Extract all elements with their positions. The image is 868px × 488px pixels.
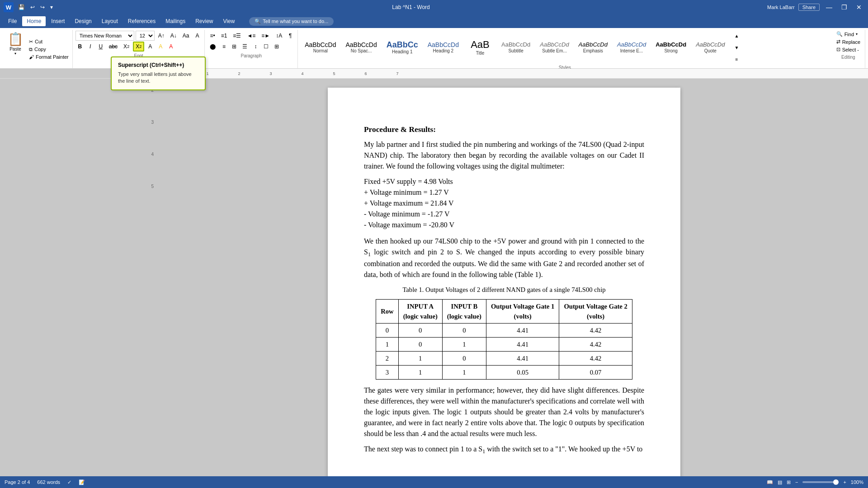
font-name-dropdown[interactable]: Times New Roman <box>75 31 134 41</box>
style-heading1[interactable]: AaBbCc Heading 1 <box>382 34 422 61</box>
style-heading2[interactable]: AaBbCcDd Heading 2 <box>424 34 463 61</box>
page-container[interactable]: Procedure & Results: My lab partner and … <box>158 79 850 476</box>
align-center-button[interactable]: ≡ <box>219 42 228 52</box>
cut-label: Cut <box>35 39 42 44</box>
format-painter-button[interactable]: 🖌 Format Painter <box>27 54 71 60</box>
change-case-button[interactable]: Aa <box>180 31 192 41</box>
text-highlight-button[interactable]: A <box>156 42 165 52</box>
document-page[interactable]: Procedure & Results: My lab partner and … <box>328 88 680 476</box>
style-normal[interactable]: AaBbCcDd Normal <box>301 34 340 61</box>
multilevel-button[interactable]: ≡☰ <box>231 31 243 41</box>
justify-button[interactable]: ☰ <box>240 42 250 52</box>
style-quote[interactable]: AaBbCcDd Quote <box>692 34 729 61</box>
read-mode-button[interactable]: 📖 <box>767 479 773 485</box>
share-button[interactable]: Share <box>798 4 820 11</box>
restore-button[interactable]: ❐ <box>839 4 850 11</box>
redo-button[interactable]: ↪ <box>38 3 47 11</box>
select-button[interactable]: ⊡ Select - <box>835 46 862 53</box>
menu-layout[interactable]: Layout <box>97 16 123 26</box>
subscript-button[interactable]: X2 <box>121 42 132 52</box>
replace-button[interactable]: ⇄ Replace <box>835 38 862 45</box>
cell: 3 <box>376 366 399 380</box>
superscript-tooltip: Superscript (Ctrl+Shift++) Type very sma… <box>111 56 206 90</box>
zoom-minus[interactable]: − <box>795 479 798 485</box>
zoom-level: 100% <box>851 479 863 485</box>
style-title[interactable]: AaB Title <box>464 34 496 61</box>
menu-review[interactable]: Review <box>191 16 217 26</box>
search-icon: 🔍 <box>255 19 261 24</box>
copy-label: Copy <box>34 47 46 52</box>
styles-scroll-up[interactable]: ▲ <box>732 31 741 41</box>
menu-file[interactable]: File <box>4 16 21 26</box>
menu-bar: File Home Insert Design Layout Reference… <box>0 14 868 28</box>
styles-expand[interactable]: ≡ <box>732 54 741 64</box>
superscript-button[interactable]: X2 <box>133 42 144 52</box>
bold-button[interactable]: B <box>75 42 85 52</box>
menu-references[interactable]: References <box>123 16 160 26</box>
shrink-font-button[interactable]: A↓ <box>168 31 179 41</box>
undo-button[interactable]: ↩ <box>28 3 37 11</box>
outdent-button[interactable]: ◄≡ <box>245 31 258 41</box>
menu-home[interactable]: Home <box>22 16 46 26</box>
paste-dropdown[interactable]: ▾ <box>14 52 16 56</box>
table-row: 0 0 0 4.41 4.42 <box>376 324 632 338</box>
sub-1: 1 <box>368 251 371 258</box>
strikethrough-button[interactable]: abc <box>107 42 120 52</box>
font-color-button[interactable]: A <box>166 42 175 52</box>
web-layout-button[interactable]: ⊞ <box>787 479 791 485</box>
style-strong[interactable]: AaBbCcDd Strong <box>651 34 690 61</box>
style-strong-preview: AaBbCcDd <box>656 42 686 48</box>
grow-font-button[interactable]: A↑ <box>156 31 167 41</box>
minimize-button[interactable]: — <box>823 4 835 11</box>
tell-me-bar[interactable]: 🔍 Tell me what you want to do... <box>249 17 334 26</box>
save-button[interactable]: 💾 <box>16 3 27 11</box>
document-area: 2 3 4 5 Procedure & Results: My lab part… <box>0 79 868 476</box>
cut-button[interactable]: ✂ Cut <box>27 38 71 45</box>
left-margin: 2 3 4 5 <box>0 79 158 476</box>
clear-format-button[interactable]: A <box>193 31 202 41</box>
menu-mailings[interactable]: Mailings <box>161 16 190 26</box>
font-row1: Times New Roman 12 A↑ A↓ Aa A <box>75 31 202 41</box>
cell: 0.07 <box>559 366 632 380</box>
bullets-button[interactable]: ≡• <box>208 31 217 41</box>
zoom-plus[interactable]: + <box>843 479 846 485</box>
zoom-slider[interactable] <box>802 481 839 483</box>
style-subtitle[interactable]: AaBbCcDd Subtitle <box>497 34 534 61</box>
menu-design[interactable]: Design <box>70 16 96 26</box>
shading-button[interactable]: ☐ <box>261 42 271 52</box>
quick-access-more[interactable]: ▾ <box>48 3 55 11</box>
status-right: 📖 ▤ ⊞ − + 100% <box>767 479 863 485</box>
menu-view[interactable]: View <box>219 16 240 26</box>
style-intense-em[interactable]: AaBbCcDd Intense E... <box>613 34 650 61</box>
find-button[interactable]: 🔍 Find ▾ <box>835 31 862 38</box>
style-subtitle-preview: AaBbCcDd <box>501 42 530 48</box>
align-left-button[interactable]: ⬤ <box>208 42 218 52</box>
align-right-button[interactable]: ⊞ <box>230 42 239 52</box>
style-strong-label: Strong <box>664 48 677 53</box>
text-effects-button[interactable]: A <box>146 42 155 52</box>
style-quote-label: Quote <box>704 48 717 53</box>
font-size-dropdown[interactable]: 12 <box>136 31 155 41</box>
style-heading2-label: Heading 2 <box>433 48 454 53</box>
paste-button[interactable]: 📋 Paste ▾ <box>5 31 26 67</box>
page-indicator: Page 2 of 4 <box>5 479 30 485</box>
styles-scroll-down[interactable]: ▼ <box>732 42 741 52</box>
show-marks-button[interactable]: ¶ <box>286 31 295 41</box>
numbering-button[interactable]: ≡1 <box>219 31 230 41</box>
print-layout-button[interactable]: ▤ <box>778 479 782 485</box>
find-dropdown[interactable]: ▾ <box>856 32 858 36</box>
sort-button[interactable]: ↕A <box>274 31 284 41</box>
underline-button[interactable]: U <box>96 42 105 52</box>
format-painter-label: Format Painter <box>36 54 69 60</box>
style-no-spacing[interactable]: AaBbCcDd No Spac... <box>341 34 381 61</box>
borders-button[interactable]: ⊞ <box>272 42 281 52</box>
copy-button[interactable]: ⧉ Copy <box>27 46 71 53</box>
menu-insert[interactable]: Insert <box>47 16 69 26</box>
style-subtle-em[interactable]: AaBbCcDd Subtle Em... <box>536 34 573 61</box>
indent-button[interactable]: ≡► <box>259 31 272 41</box>
style-emphasis[interactable]: AaBbCcDd Emphasis <box>575 34 612 61</box>
italic-button[interactable]: I <box>86 42 95 52</box>
format-painter-icon: 🖌 <box>29 54 34 60</box>
close-button[interactable]: ✕ <box>854 4 864 11</box>
line-spacing-button[interactable]: ↕ <box>251 42 260 52</box>
